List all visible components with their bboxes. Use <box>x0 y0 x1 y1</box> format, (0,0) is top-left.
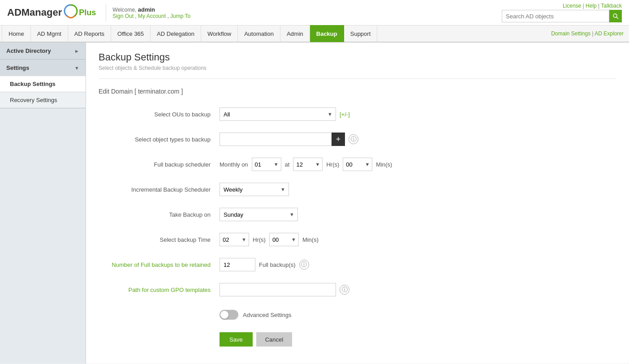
domain-settings-link[interactable]: Domain Settings <box>551 30 590 37</box>
sidebar-section-active-directory: Active Directory ► <box>0 43 86 60</box>
nav-bar: Home AD Mgmt AD Reports Office 365 AD De… <box>0 26 629 43</box>
page-title: Backup Settings <box>99 51 616 63</box>
chevron-down-icon: ▼ <box>74 65 79 71</box>
gpo-info-icon[interactable]: ⓘ <box>340 285 349 295</box>
full-backup-frequency-text: Monthly on <box>220 161 248 168</box>
nav-item-ad-delegation[interactable]: AD Delegation <box>151 25 201 42</box>
sidebar-item-recovery-settings[interactable]: Recovery Settings <box>0 92 86 108</box>
plus-icon: + <box>336 135 341 144</box>
sidebar-section-settings: Settings ▼ Backup Settings Recovery Sett… <box>0 60 86 108</box>
backup-time-hr-select[interactable]: 02 <box>220 233 249 246</box>
form-control-num-backups: Full backup(s) ⓘ <box>220 258 309 271</box>
svg-point-0 <box>613 14 617 17</box>
jump-to-link[interactable]: Jump To <box>170 13 190 19</box>
take-backup-select[interactable]: Sunday <box>220 208 298 221</box>
form-label-incremental: Incremental Backup Scheduler <box>99 186 220 193</box>
save-button[interactable]: Save <box>220 332 253 347</box>
form: Select OUs to backup All ▼ [+/-] Select … <box>99 107 484 347</box>
search-icon <box>612 13 619 19</box>
help-link[interactable]: Help <box>586 3 597 9</box>
nav-item-automation[interactable]: Automation <box>238 25 280 42</box>
form-row-ous: Select OUs to backup All ▼ [+/-] <box>99 107 484 121</box>
backup-time-hrs-text: Hr(s) <box>253 236 266 243</box>
full-backup-min-select[interactable]: 00 <box>343 158 372 171</box>
ous-select[interactable]: All <box>220 107 336 121</box>
objects-input[interactable]: User,Computer,Group,OU <box>220 133 332 146</box>
nav-item-workflow[interactable]: Workflow <box>201 25 238 42</box>
nav-item-admin[interactable]: Admin <box>280 25 310 42</box>
form-label-take-backup: Take Backup on <box>99 211 220 218</box>
full-backup-at-text: at <box>285 161 290 168</box>
header-divider <box>106 4 106 21</box>
welcome-area: Welcome, admin Sign Out , My Account , J… <box>112 6 190 19</box>
form-control-ous: All ▼ [+/-] <box>220 107 350 121</box>
toggle-advanced[interactable] <box>220 310 238 320</box>
full-backup-day-select[interactable]: 01 <box>252 158 281 171</box>
nav-secondary: Domain Settings | AD Explorer <box>551 30 627 37</box>
cancel-button[interactable]: Cancel <box>256 332 292 347</box>
num-backups-info-icon[interactable]: ⓘ <box>299 260 309 270</box>
search-button[interactable] <box>609 10 622 22</box>
form-row-full-backup: Full backup scheduler Monthly on 01 ▼ at… <box>99 158 484 171</box>
talkback-link[interactable]: Talkback <box>601 3 622 9</box>
form-row-incremental: Incremental Backup Scheduler Weekly ▼ <box>99 183 484 196</box>
section-divider <box>99 78 616 79</box>
full-backup-hour-select[interactable]: 12 <box>293 158 323 171</box>
ad-explorer-link[interactable]: AD Explorer <box>595 30 624 37</box>
form-label-ous: Select OUs to backup <box>99 111 220 118</box>
nav-item-office365[interactable]: Office 365 <box>111 25 151 42</box>
my-account-link[interactable]: My Account <box>138 13 166 19</box>
form-control-objects: User,Computer,Group,OU + ⓘ <box>220 133 358 146</box>
form-row-backup-time: Select backup Time 02 ▼ Hr(s) 00 ▼ <box>99 233 484 246</box>
sidebar-header-active-directory[interactable]: Active Directory ► <box>0 43 86 59</box>
nav-item-ad-mgmt[interactable]: AD Mgmt <box>31 25 68 42</box>
nav-item-support[interactable]: Support <box>344 25 378 42</box>
ous-plus-minus-link[interactable]: [+/-] <box>340 111 350 118</box>
sidebar-header-settings[interactable]: Settings ▼ <box>0 60 86 76</box>
form-control-full-backup: Monthly on 01 ▼ at 12 ▼ Hr(s) <box>220 158 392 171</box>
form-control-incremental: Weekly ▼ <box>220 183 289 196</box>
logo: ADManager Plus <box>7 5 96 21</box>
svg-line-1 <box>616 17 618 19</box>
top-right-links: License | Help | Talkback <box>563 3 622 9</box>
license-link[interactable]: License <box>563 3 581 9</box>
toggle-knob <box>220 311 228 319</box>
sidebar-section-label-settings: Settings <box>6 64 29 71</box>
form-label-gpo: Path for custom GPO templates <box>99 287 220 293</box>
nav-item-ad-reports[interactable]: AD Reports <box>68 25 111 42</box>
backup-time-min-select[interactable]: 00 <box>269 233 299 246</box>
objects-info-icon[interactable]: ⓘ <box>349 134 358 144</box>
sign-out-link[interactable]: Sign Out <box>112 13 134 19</box>
advanced-settings-row: Advanced Settings <box>220 310 484 320</box>
form-row-objects: Select object types to backup User,Compu… <box>99 133 484 146</box>
search-input[interactable] <box>502 10 609 22</box>
nav-item-home[interactable]: Home <box>2 25 31 42</box>
num-backups-unit: Full backup(s) <box>259 261 296 268</box>
button-row: Save Cancel <box>220 332 484 347</box>
page-subtitle: Select objects & Schedule backup operati… <box>99 65 616 71</box>
nav-item-backup[interactable]: Backup <box>310 25 344 42</box>
full-backup-hrs-text: Hr(s) <box>326 161 339 168</box>
form-row-take-backup: Take Backup on Sunday ▼ <box>99 208 484 221</box>
main-content: Backup Settings Select objects & Schedul… <box>86 43 629 364</box>
logo-icon <box>63 4 79 18</box>
domain-label: Edit Domain [ terminator.com ] <box>99 88 616 95</box>
form-control-take-backup: Sunday ▼ <box>220 208 298 221</box>
username: admin <box>138 6 155 13</box>
num-backups-input[interactable] <box>220 258 255 271</box>
sidebar-section-label-ad: Active Directory <box>6 47 51 54</box>
form-label-num-backups: Number of Full backups to be retained <box>99 261 220 268</box>
incremental-select[interactable]: Weekly <box>220 183 289 196</box>
form-control-backup-time: 02 ▼ Hr(s) 00 ▼ Min(s) <box>220 233 319 246</box>
content-area: Active Directory ► Settings ▼ Backup Set… <box>0 43 629 364</box>
form-label-objects: Select object types to backup <box>99 136 220 143</box>
search-area <box>502 10 622 22</box>
sidebar-item-backup-settings[interactable]: Backup Settings <box>0 76 86 92</box>
welcome-text: Welcome, <box>112 7 136 13</box>
gpo-input[interactable] <box>220 283 336 296</box>
form-row-gpo: Path for custom GPO templates ⓘ <box>99 283 484 296</box>
chevron-right-icon: ► <box>74 48 79 54</box>
form-label-backup-time: Select backup Time <box>99 236 220 243</box>
objects-add-button[interactable]: + <box>332 133 345 146</box>
backup-time-mins-text: Min(s) <box>302 236 319 243</box>
